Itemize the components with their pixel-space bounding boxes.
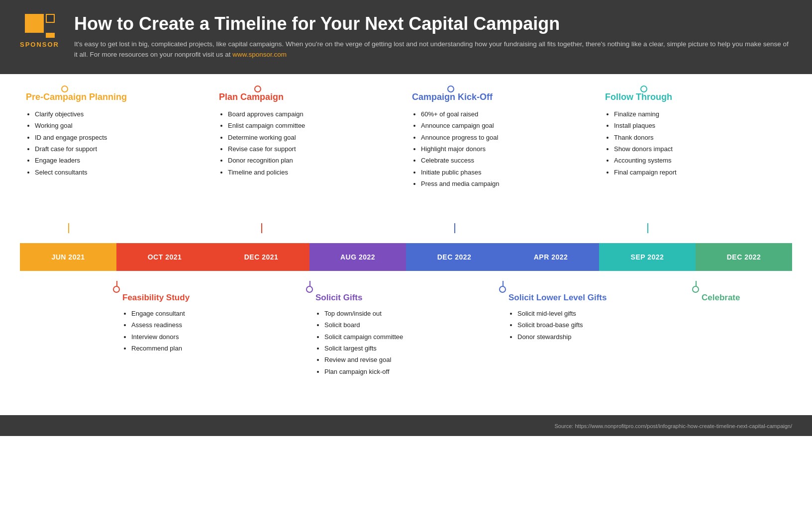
phase-list-solicit-lower: Solicit mid-level gifts Solicit broad-ba… [508,308,690,343]
date-oct2021: OCT 2021 [116,243,213,271]
logo-text: SPONSOR [20,41,59,48]
page-title: How to Create a Timeline for Your Next C… [74,14,792,34]
logo-icon [25,14,55,39]
sponsor-link[interactable]: www.sponsor.com [232,51,287,58]
phase-title-feasibility: Feasibility Study [122,293,304,303]
footer-source: Source: https://www.nonprofitpro.com/pos… [555,423,793,429]
phase-title-pre-campaign: Pre-Campaign Planning [26,92,207,102]
date-dec2022a: DEC 2022 [406,243,503,271]
date-dec2021: DEC 2021 [213,243,309,271]
phase-solicit-gifts: Solicit Gifts Top down/inside out Solici… [309,281,503,410]
phase-feasibility: Feasibility Study Engage consultant Asse… [116,281,309,410]
phase-list-feasibility: Engage consultant Assess readiness Inter… [122,308,304,354]
phase-title-solicit-lower: Solicit Lower Level Gifts [508,293,690,303]
phase-title-celebrate: Celebrate [702,293,786,303]
logo-block: SPONSOR [20,14,59,48]
phase-celebrate: Celebrate [696,281,792,410]
timeline-wrapper: Pre-Campaign Planning Clarify objectives… [20,89,792,410]
bottom-empty-col1 [20,281,116,410]
footer: Source: https://www.nonprofitpro.com/pos… [0,415,812,436]
phase-campaign-kickoff: Campaign Kick-Off 60%+ of goal raised An… [406,89,599,233]
phase-list-kickoff: 60%+ of goal raised Announce campaign go… [412,108,593,190]
phase-list-follow-through: Finalize naming Install plaques Thank do… [605,108,786,178]
bottom-phases: Feasibility Study Engage consultant Asse… [20,271,792,410]
phase-title-solicit-gifts: Solicit Gifts [315,293,497,303]
phase-title-kickoff: Campaign Kick-Off [412,92,593,102]
phase-solicit-lower: Solicit Lower Level Gifts Solicit mid-le… [503,281,696,410]
phase-list-solicit-gifts: Top down/inside out Solicit board Solici… [315,308,497,377]
header-description: It's easy to get lost in big, complicate… [74,39,792,60]
phase-list-plan-campaign: Board approves campaign Enlist campaign … [219,108,400,178]
date-aug2022: AUG 2022 [309,243,406,271]
phase-list-pre-campaign: Clarify objectives Working goal ID and e… [26,108,207,178]
date-jun2021: JUN 2021 [20,243,116,271]
phase-follow-through: Follow Through Finalize naming Install p… [599,89,792,233]
header: SPONSOR How to Create a Timeline for You… [0,0,812,74]
header-content: How to Create a Timeline for Your Next C… [74,14,792,60]
main-content: Pre-Campaign Planning Clarify objectives… [0,74,812,415]
timeline-bar: JUN 2021 OCT 2021 DEC 2021 AUG 2022 DEC … [20,243,792,271]
phase-title-follow-through: Follow Through [605,92,786,102]
date-dec2022b: DEC 2022 [696,243,792,271]
phase-pre-campaign: Pre-Campaign Planning Clarify objectives… [20,89,213,233]
phase-title-plan-campaign: Plan Campaign [219,92,400,102]
date-apr2022: APR 2022 [503,243,599,271]
date-sep2022: SEP 2022 [599,243,696,271]
phase-plan-campaign: Plan Campaign Board approves campaign En… [213,89,406,233]
top-phases: Pre-Campaign Planning Clarify objectives… [20,89,792,243]
